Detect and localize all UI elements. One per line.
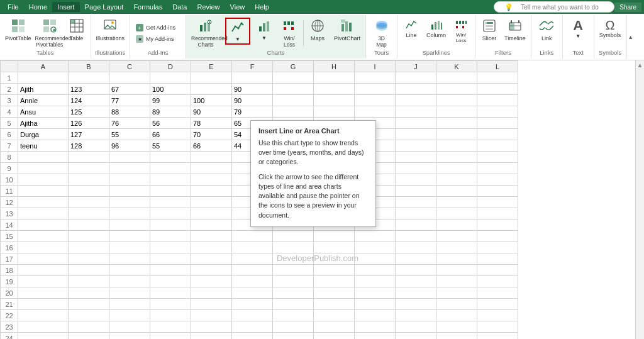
- cell-e1[interactable]: [191, 72, 232, 84]
- cell-f4[interactable]: 79: [232, 106, 273, 118]
- col-header-f[interactable]: F: [232, 61, 273, 72]
- sparkline-line-button[interactable]: Line: [400, 18, 423, 40]
- ribbon-expand-icon[interactable]: ▲: [626, 15, 635, 58]
- pivottable-button[interactable]: PivotTable: [3, 18, 34, 43]
- cell-b4[interactable]: 125: [69, 106, 109, 118]
- menu-file[interactable]: File: [3, 2, 24, 12]
- cell-f3[interactable]: 90: [232, 95, 273, 106]
- cell-j4[interactable]: [396, 106, 436, 118]
- cell-c4[interactable]: 88: [109, 106, 150, 118]
- cell-h3[interactable]: [314, 95, 355, 106]
- menu-data[interactable]: Data: [167, 2, 192, 12]
- cell-b1[interactable]: [69, 72, 109, 84]
- column-chart-button[interactable]: ▼: [253, 18, 275, 42]
- timeline-button[interactable]: Timeline: [502, 18, 528, 43]
- cell-j2[interactable]: [396, 84, 436, 95]
- cell-i1[interactable]: [355, 72, 396, 84]
- col-header-g[interactable]: G: [273, 61, 314, 72]
- line-chart-button[interactable]: ▼: [226, 19, 249, 43]
- cell-d6[interactable]: 66: [150, 129, 191, 140]
- cell-j6[interactable]: [396, 129, 436, 140]
- cell-k3[interactable]: [436, 95, 477, 106]
- cell-a3[interactable]: Annie: [18, 95, 69, 106]
- col-header-i[interactable]: I: [355, 61, 396, 72]
- cell-l5[interactable]: [477, 118, 518, 129]
- my-addins-button[interactable]: ★ My Add-ins: [133, 33, 183, 45]
- cell-a7[interactable]: teenu: [18, 140, 69, 152]
- cell-d2[interactable]: 100: [150, 84, 191, 95]
- cell-j3[interactable]: [396, 95, 436, 106]
- cell-j1[interactable]: [396, 72, 436, 84]
- link-button[interactable]: Link: [535, 18, 558, 43]
- cell-e6[interactable]: 70: [191, 129, 232, 140]
- cell-d3[interactable]: 99: [150, 95, 191, 106]
- col-header-b[interactable]: B: [69, 61, 109, 72]
- cell-b6[interactable]: 127: [69, 129, 109, 140]
- cell-j7[interactable]: [396, 140, 436, 152]
- text-button[interactable]: A ▼: [567, 18, 589, 40]
- cell-c1[interactable]: [109, 72, 150, 84]
- cell-a1[interactable]: [18, 72, 69, 84]
- col-header-a[interactable]: A: [18, 61, 69, 72]
- cell-d7[interactable]: 55: [150, 140, 191, 152]
- right-scrollbar[interactable]: ▲ ▼: [635, 60, 644, 339]
- cell-h4[interactable]: [314, 106, 355, 118]
- cell-k1[interactable]: [436, 72, 477, 84]
- col-header-k[interactable]: K: [436, 61, 477, 72]
- cell-e5[interactable]: 78: [191, 118, 232, 129]
- cell-k5[interactable]: [436, 118, 477, 129]
- cell-k4[interactable]: [436, 106, 477, 118]
- cell-e3[interactable]: 100: [191, 95, 232, 106]
- tell-me-input[interactable]: [521, 4, 609, 11]
- cell-j5[interactable]: [396, 118, 436, 129]
- cell-k7[interactable]: [436, 140, 477, 152]
- cell-h2[interactable]: [314, 84, 355, 95]
- col-header-l[interactable]: L: [477, 61, 518, 72]
- col-header-e[interactable]: E: [191, 61, 232, 72]
- cell-a2[interactable]: Ajith: [18, 84, 69, 95]
- cell-a4[interactable]: Ansu: [18, 106, 69, 118]
- cell-d4[interactable]: 89: [150, 106, 191, 118]
- cell-e4[interactable]: 90: [191, 106, 232, 118]
- cell-b3[interactable]: 124: [69, 95, 109, 106]
- cell-l7[interactable]: [477, 140, 518, 152]
- cell-k2[interactable]: [436, 84, 477, 95]
- menu-review[interactable]: Review: [192, 2, 225, 12]
- cell-g4[interactable]: [273, 106, 314, 118]
- cell-l3[interactable]: [477, 95, 518, 106]
- cell-i3[interactable]: [355, 95, 396, 106]
- cell-b5[interactable]: 126: [69, 118, 109, 129]
- cell-l4[interactable]: [477, 106, 518, 118]
- cell-f1[interactable]: [232, 72, 273, 84]
- slicer-button[interactable]: Slicer: [478, 18, 501, 43]
- cell-l1[interactable]: [477, 72, 518, 84]
- col-header-c[interactable]: C: [109, 61, 150, 72]
- menu-home[interactable]: Home: [24, 2, 52, 12]
- cell-c6[interactable]: 55: [109, 129, 150, 140]
- cell-b2[interactable]: 123: [69, 84, 109, 95]
- symbols-button[interactable]: Ω Symbols: [597, 18, 624, 40]
- cell-a6[interactable]: Durga: [18, 129, 69, 140]
- pivotchart-button[interactable]: PivotChart: [331, 18, 363, 43]
- cell-b7[interactable]: 128: [69, 140, 109, 152]
- cell-d1[interactable]: [150, 72, 191, 84]
- menu-page-layout[interactable]: Page Layout: [80, 2, 129, 12]
- cell-d5[interactable]: 56: [150, 118, 191, 129]
- table-button[interactable]: Table: [65, 18, 88, 43]
- menu-view[interactable]: View: [225, 2, 250, 12]
- sparkline-column-button[interactable]: Column: [424, 18, 448, 40]
- cell-g3[interactable]: [273, 95, 314, 106]
- cell-e2[interactable]: [191, 84, 232, 95]
- cell-c3[interactable]: 77: [109, 95, 150, 106]
- get-addins-button[interactable]: + Get Add-ins: [133, 22, 183, 33]
- cell-a5[interactable]: Ajitha: [18, 118, 69, 129]
- maps-button[interactable]: Maps: [306, 18, 329, 43]
- cell-f2[interactable]: 90: [232, 84, 273, 95]
- recommended-pivottables-button[interactable]: ★ Recommended PivotTables: [35, 18, 64, 49]
- sparkline-winloss-button[interactable]: Win/Loss: [450, 18, 472, 45]
- cell-e7[interactable]: 66: [191, 140, 232, 152]
- col-header-h[interactable]: H: [314, 61, 355, 72]
- col-header-d[interactable]: D: [150, 61, 191, 72]
- cell-k6[interactable]: [436, 129, 477, 140]
- 3dmap-button[interactable]: 3DMap: [370, 18, 393, 49]
